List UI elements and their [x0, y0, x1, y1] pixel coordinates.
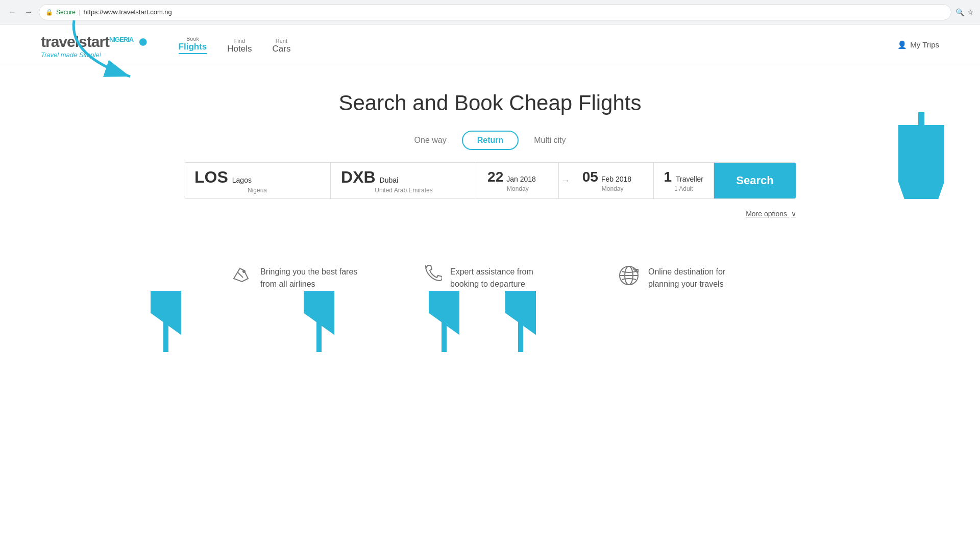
return-field[interactable]: 05 Feb 2018 Monday [572, 163, 653, 198]
chevron-down-icon: ∨ [791, 210, 796, 218]
browser-actions: 🔍 ☆ [955, 8, 974, 16]
travellers-label: Traveller [676, 175, 703, 183]
one-way-option[interactable]: One way [414, 136, 447, 145]
origin-country: Nigeria [194, 187, 320, 194]
nav-hotels[interactable]: Find Hotels [227, 38, 252, 54]
origin-field[interactable]: LOS Lagos Nigeria [184, 163, 331, 198]
nav-bar: travelstartNIGERIA ● Travel made Simple!… [0, 24, 980, 65]
search-button[interactable]: Search [714, 163, 796, 198]
logo-nigeria: NIGERIA [109, 35, 133, 43]
secure-label: Secure [56, 9, 76, 16]
nav-right: 👤 My Trips [897, 40, 939, 49]
search-icon: 🔍 [955, 8, 964, 16]
nav-links: Book Flights Find Hotels Rent Cars [179, 36, 291, 54]
bookmark-icon: ☆ [967, 8, 974, 16]
svg-line-0 [238, 272, 243, 278]
my-trips-label: My Trips [910, 40, 939, 49]
browser-chrome: ← → 🔒 Secure | https://www.travelstart.c… [0, 0, 980, 24]
feature-text-1: Expert assistance from booking to depart… [450, 266, 556, 290]
search-form: LOS Lagos Nigeria DXB Dubai United Arab … [184, 162, 796, 199]
hotels-label: Hotels [227, 44, 252, 54]
my-trips-button[interactable]: 👤 My Trips [897, 40, 939, 49]
url-text: https://www.travelstart.com.ng [83, 8, 172, 16]
ticket-icon [230, 264, 252, 291]
travellers-field[interactable]: 1 Traveller 1 Adult [654, 163, 715, 198]
feature-text-2: Online destination for planning your tra… [648, 266, 750, 290]
date-range-field: 22 Jan 2018 Monday → 05 Feb 2018 Monday [477, 163, 653, 198]
logo-tagline: Travel made Simple! [41, 51, 148, 59]
globe-icon [618, 264, 640, 291]
logo: travelstartNIGERIA ● Travel made Simple! [41, 31, 148, 59]
address-bar[interactable]: 🔒 Secure | https://www.travelstart.com.n… [39, 4, 951, 20]
forward-button[interactable]: → [22, 6, 35, 18]
feature-text-0: Bringing you the best fares from all air… [260, 266, 362, 290]
page-title: Search and Book Cheap Flights [41, 91, 939, 115]
user-icon: 👤 [897, 40, 907, 49]
destination-country: United Arab Emirates [341, 187, 467, 194]
svg-point-1 [242, 270, 246, 273]
return-day: 05 [582, 169, 598, 185]
features-section: Bringing you the best fares from all air… [0, 264, 980, 291]
destination-city: Dubai [380, 176, 399, 184]
travellers-count: 1 [664, 169, 672, 185]
return-weekday: Monday [582, 185, 643, 192]
depart-weekday: Monday [487, 185, 548, 192]
main-content: Search and Book Cheap Flights One way Re… [0, 65, 980, 234]
travellers-sub: 1 Adult [664, 185, 704, 192]
page-content: travelstartNIGERIA ● Travel made Simple!… [0, 24, 980, 291]
origin-city: Lagos [232, 176, 252, 184]
back-button[interactable]: ← [6, 6, 18, 18]
multi-city-option[interactable]: Multi city [534, 136, 566, 145]
lock-icon: 🔒 [45, 9, 53, 16]
depart-day: 22 [487, 169, 503, 185]
logo-main: travelstartNIGERIA ● [41, 31, 148, 51]
depart-field[interactable]: 22 Jan 2018 Monday [477, 163, 559, 198]
depart-month-year: Jan 2018 [506, 175, 536, 183]
more-options-label: More options [746, 210, 787, 218]
phone-icon [424, 264, 442, 291]
more-options-link[interactable]: More options ∨ [744, 210, 796, 218]
trip-type-selector: One way Return Multi city [41, 131, 939, 150]
find-label: Find [234, 38, 245, 44]
cars-label: Cars [272, 44, 290, 54]
book-label: Book [186, 36, 199, 42]
destination-code: DXB [341, 168, 376, 187]
nav-cars[interactable]: Rent Cars [272, 38, 290, 54]
date-arrow: → [559, 176, 572, 186]
feature-item-2: Online destination for planning your tra… [618, 264, 750, 291]
feature-item-0: Bringing you the best fares from all air… [230, 264, 362, 291]
origin-code: LOS [194, 168, 228, 187]
nav-flights[interactable]: Book Flights [179, 36, 207, 54]
flights-label: Flights [179, 42, 207, 54]
destination-field[interactable]: DXB Dubai United Arab Emirates [331, 163, 477, 198]
return-option[interactable]: Return [462, 131, 519, 150]
return-month-year: Feb 2018 [601, 175, 631, 183]
rent-label: Rent [276, 38, 287, 44]
feature-item-1: Expert assistance from booking to depart… [424, 264, 556, 291]
